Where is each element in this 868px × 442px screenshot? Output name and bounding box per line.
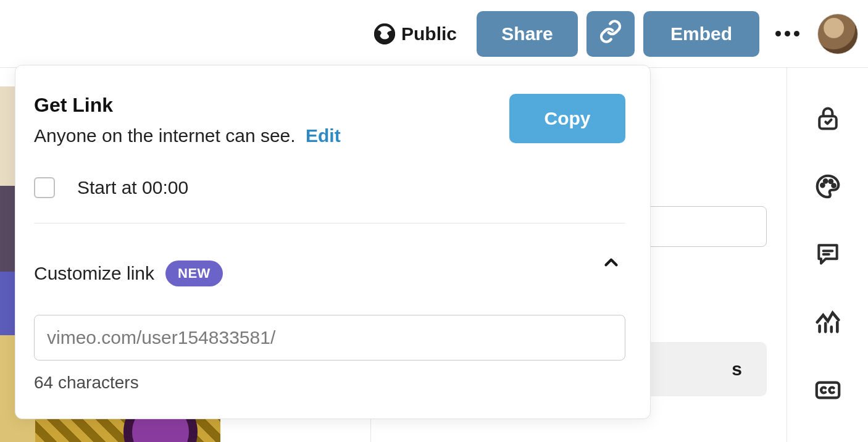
start-at-label: Start at 00:00	[77, 177, 188, 198]
customize-palette-icon[interactable]	[813, 172, 843, 201]
embed-button-label: Embed	[670, 23, 732, 44]
get-link-panel: Get Link Anyone on the internet can see.…	[15, 65, 651, 419]
more-menu-button[interactable]	[770, 31, 804, 36]
privacy-lock-icon[interactable]	[813, 104, 843, 133]
analytics-icon[interactable]	[813, 307, 843, 337]
collapse-chevron-up-icon[interactable]	[601, 252, 622, 275]
copy-button-label: Copy	[545, 108, 591, 128]
new-badge: NEW	[165, 261, 223, 286]
share-button[interactable]: Share	[477, 11, 578, 57]
comments-icon[interactable]	[813, 240, 843, 269]
panel-subtitle: Anyone on the internet can see. Edit	[34, 125, 341, 146]
panel-subtitle-text: Anyone on the internet can see.	[34, 125, 296, 146]
link-icon	[598, 19, 623, 48]
background-pill-text: s	[732, 359, 742, 380]
edit-privacy-link[interactable]: Edit	[306, 125, 341, 146]
copy-link-button[interactable]	[586, 11, 635, 57]
character-count: 64 characters	[34, 373, 625, 393]
captions-cc-icon[interactable]	[813, 375, 843, 405]
dot-icon	[785, 31, 790, 36]
privacy-label: Public	[401, 23, 457, 44]
svg-point-5	[829, 180, 832, 183]
customize-link-label: Customize link	[34, 263, 154, 284]
privacy-selector[interactable]: Public	[374, 23, 457, 44]
svg-point-6	[832, 184, 835, 187]
top-bar: Public Share Embed	[0, 0, 868, 68]
dot-icon	[794, 31, 799, 36]
custom-url-input[interactable]	[34, 315, 625, 361]
embed-button[interactable]: Embed	[643, 11, 759, 57]
dot-icon	[775, 31, 781, 36]
start-at-checkbox[interactable]	[34, 177, 55, 198]
user-avatar[interactable]	[817, 14, 858, 54]
svg-point-4	[824, 180, 827, 183]
copy-button[interactable]: Copy	[509, 94, 625, 143]
panel-title: Get Link	[34, 94, 341, 117]
globe-icon	[374, 23, 395, 44]
right-rail	[787, 68, 868, 442]
svg-point-3	[821, 184, 824, 187]
share-button-label: Share	[501, 23, 553, 44]
